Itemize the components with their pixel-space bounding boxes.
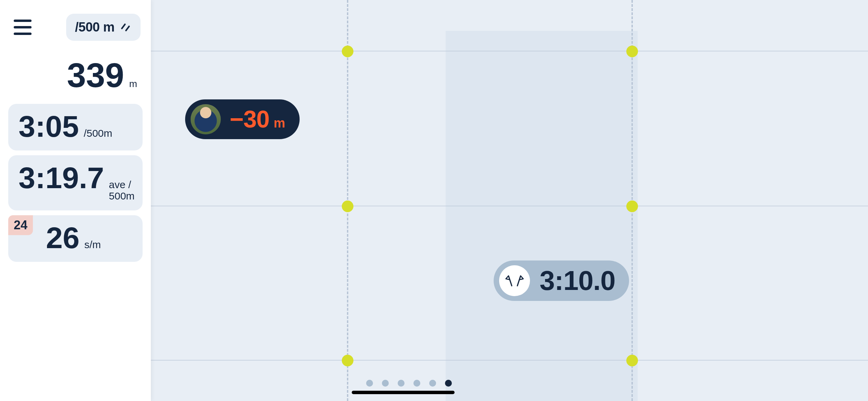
svg-line-0: [508, 276, 512, 286]
stroke-rate-unit: s/m: [84, 239, 101, 250]
distance-metric: 339 m: [0, 48, 151, 99]
page-indicator[interactable]: [366, 380, 452, 387]
stroke-rate-card[interactable]: 24 26 s/m: [8, 215, 143, 262]
home-indicator[interactable]: [352, 391, 455, 394]
gridline-h: [151, 51, 868, 51]
mode-selector[interactable]: /500 m: [66, 14, 141, 41]
page-dot[interactable]: [429, 380, 436, 387]
pace-card[interactable]: 3:05 /500m: [8, 104, 143, 150]
distance-value: 339: [67, 58, 124, 92]
gridline-h: [151, 206, 868, 206]
flags-icon: [499, 265, 530, 296]
gridline-h: [151, 360, 868, 361]
stroke-rate-value: 26: [46, 223, 80, 253]
competitor-avatar: [191, 104, 221, 134]
distance-unit: m: [129, 78, 137, 89]
target-rate-badge: 24: [8, 215, 33, 235]
page-dot[interactable]: [398, 380, 405, 387]
pace-unit: /500m: [84, 127, 112, 139]
grid-dot: [626, 46, 638, 57]
target-pace-marker[interactable]: 3:10.0: [494, 260, 629, 301]
grid-dot: [626, 355, 638, 366]
competitor-diff-unit: m: [274, 116, 285, 130]
menu-icon[interactable]: [14, 20, 32, 35]
grid-dot: [342, 46, 353, 57]
page-dot[interactable]: [413, 380, 420, 387]
avg-pace-unit: ave / 500m: [109, 179, 135, 202]
race-track: −30 m 3:10.0: [151, 0, 868, 401]
svg-line-1: [517, 276, 521, 286]
target-pace-value: 3:10.0: [540, 267, 615, 294]
lane-highlight: [446, 31, 638, 401]
swap-icon: [119, 21, 132, 34]
avg-pace-value: 3:19.7: [19, 163, 104, 193]
grid-dot: [342, 355, 353, 366]
avg-pace-card[interactable]: 3:19.7 ave / 500m: [8, 155, 143, 210]
sidebar: /500 m 339 m 3:05 /500m 3:19.7 ave / 500…: [0, 0, 151, 401]
page-dot[interactable]: [382, 380, 389, 387]
page-dot-active[interactable]: [445, 380, 452, 387]
page-dot[interactable]: [366, 380, 373, 387]
grid-dot: [626, 200, 638, 212]
pace-value: 3:05: [19, 111, 79, 142]
grid-dot: [342, 200, 353, 212]
competitor-diff-value: −30: [230, 106, 269, 133]
mode-label: /500 m: [75, 20, 114, 35]
competitor-marker[interactable]: −30 m: [185, 99, 300, 139]
